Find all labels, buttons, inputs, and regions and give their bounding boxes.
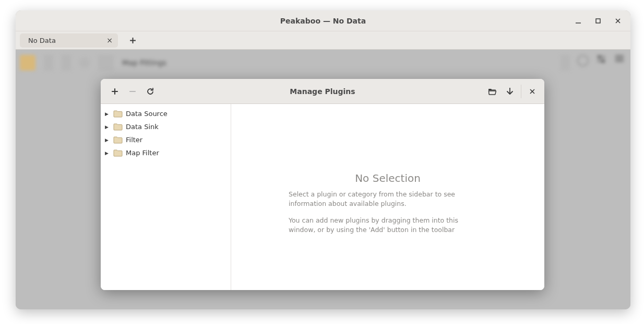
maximize-button[interactable] bbox=[589, 13, 607, 29]
tab-no-data[interactable]: No Data × bbox=[20, 33, 118, 48]
main-toolbar-disabled: Map Fittings bbox=[16, 50, 630, 76]
toolbar-icon bbox=[98, 55, 114, 71]
dialog-header: Manage Plugins bbox=[101, 79, 544, 104]
toolbar-icon bbox=[79, 57, 90, 68]
download-button[interactable] bbox=[501, 83, 519, 100]
toolbar-icon bbox=[560, 55, 570, 71]
menu-icon bbox=[615, 55, 626, 71]
toolbar-icon bbox=[44, 55, 53, 71]
toolbar-label: Map Fittings bbox=[122, 59, 166, 67]
folder-icon bbox=[113, 136, 123, 144]
remove-plugin-button[interactable] bbox=[124, 83, 141, 100]
plugin-sidebar: ▶ Data Source ▶ Data Sink bbox=[101, 104, 231, 290]
reload-plugins-button[interactable] bbox=[141, 83, 159, 100]
dialog-body: ▶ Data Source ▶ Data Sink bbox=[101, 104, 544, 290]
expand-arrow-icon[interactable]: ▶ bbox=[105, 124, 110, 130]
no-selection-text: You can add new plugins by dragging them… bbox=[289, 216, 487, 235]
svg-point-8 bbox=[598, 56, 600, 58]
close-window-button[interactable] bbox=[609, 13, 627, 29]
new-tab-button[interactable] bbox=[125, 33, 140, 48]
add-plugin-button[interactable] bbox=[106, 83, 124, 100]
folder-icon bbox=[113, 149, 123, 157]
plugin-details-pane: No Selection Select a plugin or category… bbox=[231, 104, 544, 290]
sliders-icon bbox=[596, 55, 607, 71]
folder-icon bbox=[113, 123, 123, 131]
expand-arrow-icon[interactable]: ▶ bbox=[105, 111, 110, 117]
sidebar-item-data-source[interactable]: ▶ Data Source bbox=[101, 107, 231, 120]
toolbar-icon bbox=[577, 55, 589, 66]
close-tab-icon[interactable]: × bbox=[106, 37, 113, 44]
tab-bar: No Data × bbox=[16, 31, 630, 50]
toolbar-separator bbox=[521, 85, 521, 98]
no-selection-text: Select a plugin or category from the sid… bbox=[289, 190, 487, 209]
sidebar-item-filter[interactable]: ▶ Filter bbox=[101, 133, 231, 146]
folder-icon bbox=[113, 110, 123, 118]
toolbar-icon bbox=[62, 55, 71, 71]
svg-point-9 bbox=[602, 60, 604, 62]
open-folder-button[interactable] bbox=[483, 83, 501, 100]
no-selection-heading: No Selection bbox=[355, 172, 421, 184]
dialog-title: Manage Plugins bbox=[101, 87, 544, 96]
sidebar-item-label: Filter bbox=[126, 136, 142, 144]
sidebar-item-map-filter[interactable]: ▶ Map Filter bbox=[101, 146, 231, 159]
close-dialog-button[interactable] bbox=[523, 83, 541, 100]
window-titlebar: Peakaboo — No Data bbox=[16, 10, 630, 31]
svg-rect-1 bbox=[596, 19, 600, 23]
minimize-button[interactable] bbox=[569, 13, 588, 29]
window-title: Peakaboo — No Data bbox=[280, 17, 366, 25]
sidebar-item-label: Map Filter bbox=[126, 149, 159, 157]
main-window: Peakaboo — No Data No Data × bbox=[16, 10, 630, 309]
manage-plugins-dialog: Manage Plugins ▶ bbox=[101, 79, 544, 290]
sidebar-item-label: Data Source bbox=[126, 110, 168, 118]
content-area: Manage Plugins ▶ bbox=[16, 76, 630, 309]
toolbar-icon bbox=[20, 55, 35, 71]
tab-label: No Data bbox=[28, 37, 56, 44]
expand-arrow-icon[interactable]: ▶ bbox=[105, 151, 110, 156]
sidebar-item-label: Data Sink bbox=[126, 123, 159, 131]
sidebar-item-data-sink[interactable]: ▶ Data Sink bbox=[101, 120, 231, 133]
expand-arrow-icon[interactable]: ▶ bbox=[105, 137, 110, 143]
window-controls bbox=[569, 10, 627, 31]
